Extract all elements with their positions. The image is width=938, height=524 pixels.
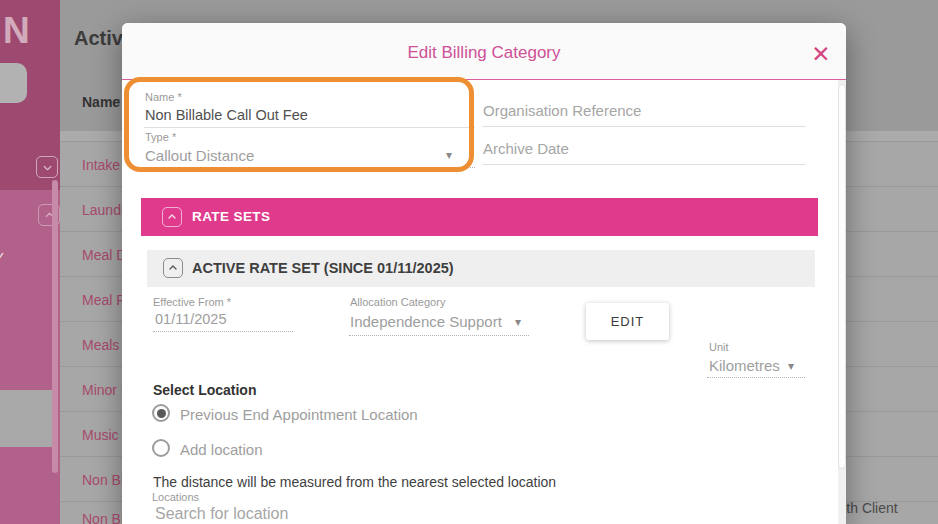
table-row[interactable]: Minor M (82, 382, 122, 400)
unit-underline (707, 377, 805, 378)
radio-label-previous-end[interactable]: Previous End Appointment Location (180, 406, 418, 423)
table-row[interactable]: Non Bill (82, 511, 122, 524)
allocation-category-label: Allocation Category (350, 296, 445, 308)
chevron-down-icon[interactable] (36, 156, 58, 178)
table-row[interactable]: Music Th (82, 427, 122, 445)
rate-sets-label: RATE SETS (192, 209, 270, 224)
sort-arrow-icon[interactable]: ↑ (116, 95, 122, 107)
chevron-down-icon[interactable]: ▾ (515, 315, 521, 329)
table-row[interactable]: Non Bill (82, 472, 122, 490)
menu-button[interactable] (0, 63, 27, 103)
org-reference-underline (482, 126, 806, 127)
effective-from-field[interactable]: 01/11/2025 (155, 311, 227, 327)
allocation-category-select[interactable]: Independence Support (350, 313, 502, 330)
unit-select[interactable]: Kilometres (709, 357, 780, 374)
archive-date-underline (482, 164, 806, 165)
locations-label: Locations (152, 491, 199, 503)
annotation-highlight-rectangle (124, 77, 474, 172)
unit-label: Unit (709, 341, 729, 353)
location-search-input[interactable]: Search for location (155, 505, 288, 523)
page-title: Activ (74, 27, 123, 50)
modal-title: Edit Billing Category (122, 43, 846, 63)
archive-date-input[interactable]: Archive Date (483, 140, 569, 157)
collapse-chevron-up-icon[interactable] (162, 207, 182, 227)
table-row[interactable]: Meal De (82, 247, 122, 265)
radio-add-location[interactable] (152, 439, 170, 457)
sidebar-partial-label: Y (0, 249, 4, 266)
organisation-reference-input[interactable]: Organisation Reference (483, 102, 641, 119)
radio-selected-dot (157, 409, 166, 418)
select-location-heading: Select Location (153, 382, 256, 398)
chevron-down-icon[interactable]: ▾ (788, 359, 794, 373)
sidebar: N Y (0, 0, 60, 524)
modal-scrollbar-thumb[interactable] (838, 84, 846, 469)
effective-from-underline (153, 331, 293, 332)
table-row[interactable]: Intake (82, 157, 122, 175)
sidebar-active-item[interactable] (0, 390, 52, 447)
table-row[interactable]: Laundry (82, 202, 122, 220)
collapse-chevron-up-icon[interactable] (163, 258, 183, 278)
allocation-category-underline (349, 335, 529, 336)
edit-button[interactable]: EDIT (586, 303, 669, 340)
active-rate-set-label: ACTIVE RATE SET (SINCE 01/11/2025) (192, 260, 454, 276)
radio-previous-end-appointment[interactable] (152, 404, 170, 422)
table-row[interactable]: Meals (82, 337, 122, 355)
radio-label-add-location[interactable]: Add location (180, 441, 263, 458)
distance-note: The distance will be measured from the n… (153, 474, 556, 490)
table-row[interactable]: Meal Pr (82, 292, 122, 310)
name-column-header[interactable]: Name (82, 94, 120, 110)
close-icon[interactable]: ✕ (806, 39, 836, 69)
app-logo: N (3, 10, 30, 52)
screen: Activ Name ↑ Intake Laundry Meal De Meal… (0, 0, 938, 524)
sidebar-scrollbar[interactable] (52, 180, 58, 473)
effective-from-label: Effective From * (153, 296, 231, 308)
